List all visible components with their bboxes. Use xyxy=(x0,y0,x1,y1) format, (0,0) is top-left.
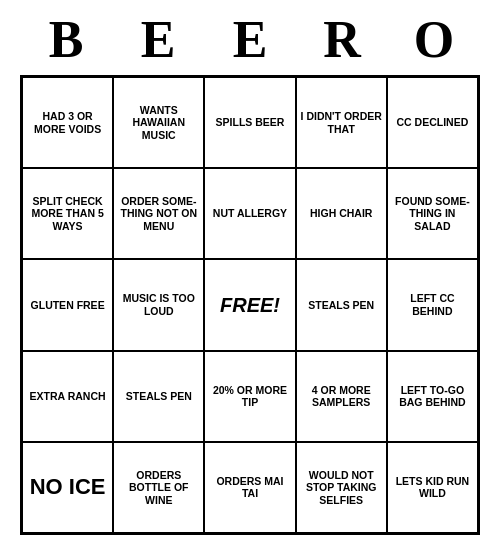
bingo-cell-15: EXTRA RANCH xyxy=(22,351,113,442)
bingo-cell-2: SPILLS BEER xyxy=(204,77,295,168)
bingo-cell-8: HIGH CHAIR xyxy=(296,168,387,259)
bingo-cell-14: LEFT CC BEHIND xyxy=(387,259,478,350)
bingo-cell-21: ORDERS BOTTLE OF WINE xyxy=(113,442,204,533)
bingo-cell-3: I DIDN'T ORDER THAT xyxy=(296,77,387,168)
bingo-cell-18: 4 OR MORE SAMPLERS xyxy=(296,351,387,442)
title-letter-e: E xyxy=(118,10,198,69)
bingo-cell-13: STEALS PEN xyxy=(296,259,387,350)
title-letter-b: B xyxy=(26,10,106,69)
bingo-cell-1: WANTS HAWAIIAN MUSIC xyxy=(113,77,204,168)
bingo-cell-5: SPLIT CHECK MORE THAN 5 WAYS xyxy=(22,168,113,259)
bingo-grid: HAD 3 OR MORE VOIDSWANTS HAWAIIAN MUSICS… xyxy=(20,75,480,535)
bingo-cell-16: STEALS PEN xyxy=(113,351,204,442)
bingo-header: BEERO xyxy=(20,10,480,69)
bingo-cell-19: LEFT TO-GO BAG BEHIND xyxy=(387,351,478,442)
bingo-cell-0: HAD 3 OR MORE VOIDS xyxy=(22,77,113,168)
bingo-cell-10: GLUTEN FREE xyxy=(22,259,113,350)
bingo-cell-7: NUT ALLERGY xyxy=(204,168,295,259)
bingo-cell-17: 20% OR MORE TIP xyxy=(204,351,295,442)
bingo-cell-12: Free! xyxy=(204,259,295,350)
title-letter-r: R xyxy=(302,10,382,69)
bingo-cell-4: CC DECLINED xyxy=(387,77,478,168)
bingo-cell-22: ORDERS MAI TAI xyxy=(204,442,295,533)
title-letter-e: E xyxy=(210,10,290,69)
bingo-cell-24: LETS KID RUN WILD xyxy=(387,442,478,533)
title-letter-o: O xyxy=(394,10,474,69)
bingo-cell-11: MUSIC IS TOO LOUD xyxy=(113,259,204,350)
bingo-cell-20: NO ICE xyxy=(22,442,113,533)
bingo-cell-23: WOULD NOT STOP TAKING SELFIES xyxy=(296,442,387,533)
bingo-cell-6: ORDER SOME-THING NOT ON MENU xyxy=(113,168,204,259)
bingo-cell-9: FOUND SOME-THING IN SALAD xyxy=(387,168,478,259)
